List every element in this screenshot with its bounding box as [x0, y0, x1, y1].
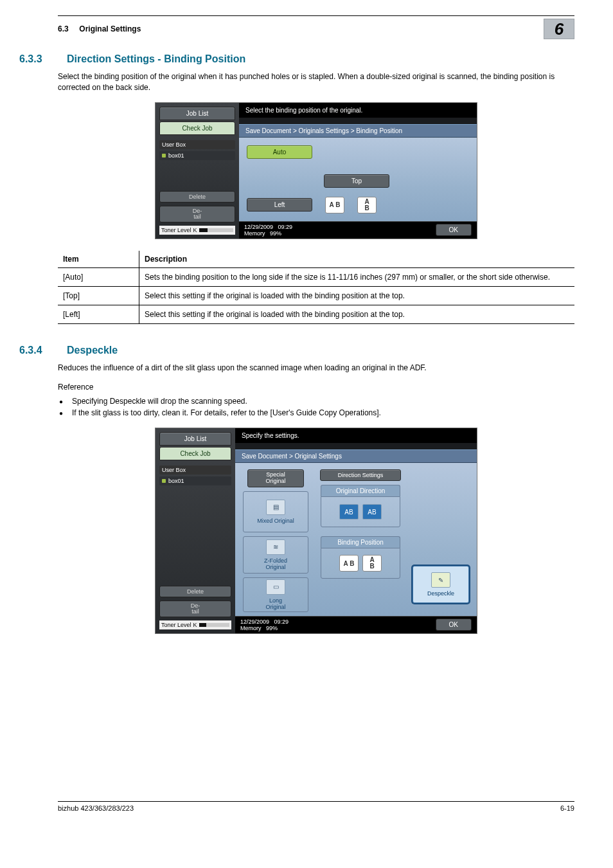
footer-mem-label: Memory — [244, 230, 265, 237]
user-box-item[interactable]: box01 — [159, 151, 235, 160]
top-bind-icon: AB — [357, 197, 377, 213]
ok-button[interactable]: OK — [436, 224, 472, 236]
table-row: [Auto] Sets the binding position to the … — [58, 267, 574, 286]
footer-time: 09:29 — [274, 619, 289, 625]
direction-settings-header: Direction Settings — [320, 469, 401, 481]
direction-icon-2: AB — [362, 504, 382, 520]
section-intro: Reduces the influence of a dirt of the s… — [58, 363, 574, 374]
binding-position-table: Item Description [Auto] Sets the binding… — [58, 251, 574, 324]
ok-button[interactable]: OK — [436, 619, 472, 631]
auto-option[interactable]: Auto — [247, 145, 312, 159]
header-section-ref: 6.3 — [58, 24, 69, 33]
mixed-original-icon: ▤ — [266, 500, 285, 515]
toner-level: Toner Level K — [159, 620, 231, 629]
page-footer: bizhub 423/363/283/223 6-19 — [58, 801, 574, 812]
user-box-label: User Box — [159, 140, 235, 149]
original-direction-option[interactable]: AB AB — [321, 496, 400, 527]
footer-time: 09:29 — [278, 224, 293, 230]
despeckle-option[interactable]: ✎ Despeckle — [413, 566, 469, 603]
top-option[interactable]: Top — [324, 174, 389, 188]
delete-button[interactable]: Delete — [159, 586, 231, 597]
screenshot-original-settings: Job List Check Job User Box box01 Delete… — [155, 428, 477, 634]
product-name: bizhub 423/363/283/223 — [58, 804, 134, 812]
check-job-tab[interactable]: Check Job — [159, 122, 235, 135]
section-number: 6.3.3 — [19, 53, 51, 65]
prompt-text: Select the binding position of the origi… — [239, 103, 477, 118]
zfolded-icon: ≋ — [266, 539, 285, 555]
footer-mem-value: 99% — [270, 230, 281, 237]
left-option[interactable]: Left — [247, 198, 312, 212]
bind-top-icon: AB — [362, 555, 382, 572]
user-box-label: User Box — [159, 466, 231, 475]
bind-left-icon: A B — [339, 555, 359, 572]
left-bind-icon: A B — [325, 197, 344, 213]
section-heading-633: 6.3.3 Direction Settings - Binding Posit… — [58, 53, 574, 65]
despeckle-icon: ✎ — [431, 572, 450, 588]
job-list-tab[interactable]: Job List — [159, 432, 231, 446]
job-list-tab[interactable]: Job List — [159, 107, 235, 120]
footer-mem-value: 99% — [266, 625, 278, 631]
toner-bar — [199, 228, 233, 232]
reference-label: Reference — [58, 382, 574, 393]
col-item: Item — [58, 251, 139, 268]
screenshot-binding-position: Job List Check Job User Box box01 Delete… — [155, 102, 477, 239]
mixed-original-option[interactable]: ▤ Mixed Original — [243, 491, 308, 532]
section-intro: Select the binding position of the origi… — [58, 71, 574, 93]
footer-date: 12/29/2009 — [240, 619, 269, 625]
long-original-option[interactable]: ▭ Long Original — [243, 577, 308, 612]
section-heading-634: 6.3.4 Despeckle — [58, 345, 574, 356]
table-row: [Top] Select this setting if the origina… — [58, 286, 574, 305]
detail-button[interactable]: De- tail — [159, 601, 231, 617]
footer-date: 12/29/2009 — [244, 224, 273, 230]
delete-button[interactable]: Delete — [159, 191, 235, 203]
toner-level: Toner Level K — [159, 226, 235, 235]
binding-position-label: Binding Position — [321, 536, 400, 548]
list-item: Specifying Despeckle will drop the scann… — [58, 395, 574, 407]
reference-bullets: Specifying Despeckle will drop the scann… — [58, 395, 574, 419]
header-section-title: Original Settings — [79, 24, 141, 33]
section-title: Direction Settings - Binding Position — [67, 53, 245, 65]
section-number: 6.3.4 — [19, 345, 51, 356]
binding-position-option[interactable]: A B AB — [321, 548, 400, 579]
running-header: 6.3 Original Settings — [58, 24, 141, 33]
prompt-text: Specify the settings. — [235, 428, 477, 443]
list-item: If the slit glass is too dirty, clean it… — [58, 407, 574, 419]
section-title: Despeckle — [67, 345, 118, 356]
table-row: [Left] Select this setting if the origin… — [58, 305, 574, 323]
breadcrumb: Save Document > Original Settings — [235, 449, 477, 463]
user-box-item[interactable]: box01 — [159, 476, 231, 485]
original-direction-label: Original Direction — [321, 485, 400, 496]
check-job-tab[interactable]: Check Job — [159, 447, 231, 460]
footer-mem-label: Memory — [240, 625, 262, 631]
toner-bar — [199, 623, 229, 627]
direction-icon-1: AB — [339, 504, 359, 520]
col-desc: Description — [139, 251, 575, 268]
zfolded-original-option[interactable]: ≋ Z-Folded Original — [243, 536, 308, 574]
long-original-icon: ▭ — [266, 579, 285, 595]
breadcrumb: Save Document > Originals Settings > Bin… — [239, 124, 477, 138]
special-original-header: Special Original — [247, 469, 304, 487]
page-number: 6-19 — [560, 804, 574, 812]
chapter-number-badge: 6 — [544, 19, 574, 39]
detail-button[interactable]: De- tail — [159, 206, 235, 222]
